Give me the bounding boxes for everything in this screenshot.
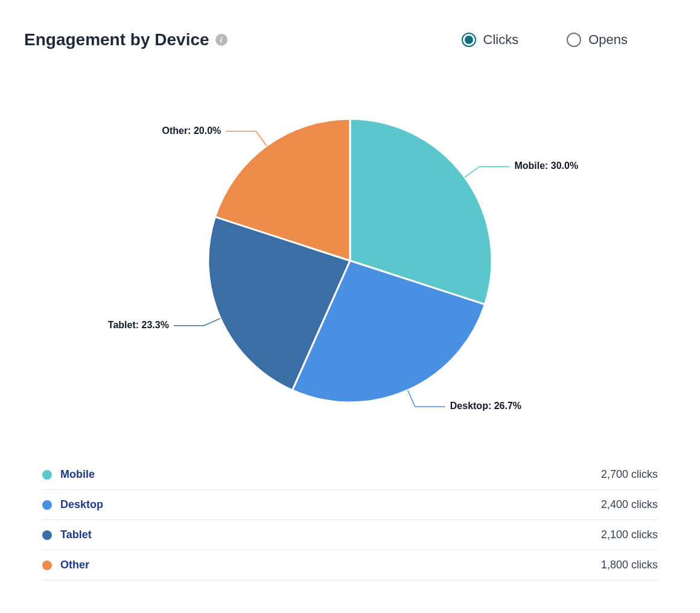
radio-clicks-label: Clicks	[483, 32, 519, 48]
legend-name: Tablet	[60, 529, 92, 541]
leader-line	[174, 319, 220, 326]
legend-row-mobile[interactable]: Mobile2,700 clicks	[42, 460, 658, 490]
radio-opens[interactable]: Opens	[567, 32, 628, 48]
info-icon[interactable]: i	[215, 34, 228, 46]
legend-name: Desktop	[60, 498, 103, 511]
legend-dot-icon	[42, 500, 52, 510]
card-title: Engagement by Device	[24, 30, 209, 49]
leader-line	[408, 390, 445, 407]
pie-chart: Mobile: 30.0%Desktop: 26.7%Tablet: 23.3%…	[24, 68, 676, 454]
header-row: Engagement by Device i Clicks Opens	[24, 30, 676, 49]
legend-value: 2,700 clicks	[601, 468, 658, 481]
radio-circle-icon	[462, 33, 476, 47]
legend-left: Other	[42, 559, 89, 571]
legend-value: 1,800 clicks	[601, 559, 658, 571]
legend-row-desktop[interactable]: Desktop2,400 clicks	[42, 490, 658, 520]
legend-value: 2,100 clicks	[601, 529, 658, 541]
legend-left: Mobile	[42, 468, 95, 481]
legend-row-tablet[interactable]: Tablet2,100 clicks	[42, 520, 658, 550]
legend-dot-icon	[42, 470, 52, 480]
leader-line	[465, 167, 509, 177]
legend-name: Other	[60, 559, 89, 571]
legend-dot-icon	[42, 530, 52, 540]
legend-left: Desktop	[42, 498, 103, 511]
radio-circle-icon	[567, 33, 581, 47]
metric-toggle-group: Clicks Opens	[462, 32, 676, 48]
radio-opens-label: Opens	[588, 32, 628, 48]
legend-value: 2,400 clicks	[601, 498, 658, 511]
legend-name: Mobile	[60, 468, 95, 481]
radio-clicks[interactable]: Clicks	[462, 32, 519, 48]
leader-line	[226, 132, 267, 146]
title-wrap: Engagement by Device i	[24, 30, 228, 49]
legend-left: Tablet	[42, 529, 92, 541]
legend-dot-icon	[42, 561, 52, 570]
engagement-card: Engagement by Device i Clicks Opens Mobi…	[0, 0, 700, 599]
pie-svg	[24, 68, 676, 454]
legend-list: Mobile2,700 clicksDesktop2,400 clicksTab…	[24, 460, 676, 580]
legend-row-other[interactable]: Other1,800 clicks	[42, 550, 658, 580]
